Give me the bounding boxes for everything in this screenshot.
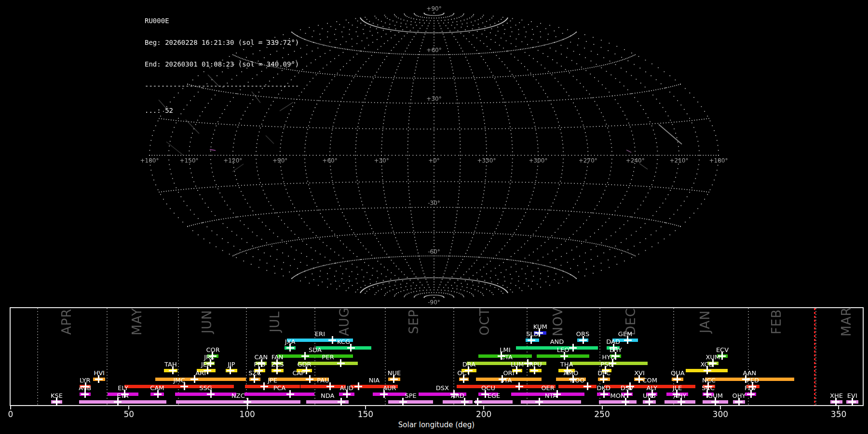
shower-peak-marker-NDA	[338, 398, 345, 406]
map-longitude-label: +150°	[175, 157, 203, 164]
map-longitude-label: +0°	[420, 157, 448, 164]
month-boundary-line	[178, 308, 179, 405]
shower-peak-marker-LEO	[560, 352, 568, 360]
map-latitude-label: +30°	[420, 95, 448, 102]
shower-peak-marker-NZC	[244, 398, 251, 406]
shower-peak-marker-XCB	[704, 366, 711, 374]
shower-peak-marker-ZCS	[273, 366, 281, 374]
session-begin: Beg: 20260228 16:21:30 (sol = 339.72°)	[145, 39, 299, 46]
shower-bar-ETA	[79, 400, 166, 404]
shower-label-ETA: ETA	[106, 393, 139, 399]
map-latitude-label: -30°	[420, 200, 448, 206]
shower-label-JMC: JMC	[163, 377, 196, 384]
x-axis-tick	[602, 406, 603, 409]
month-boundary-line	[37, 308, 38, 405]
shower-peak-marker-MON	[622, 398, 629, 406]
shower-peak-marker-STA	[515, 382, 523, 390]
x-axis-tick	[247, 406, 248, 409]
shower-bar-NZC	[176, 400, 300, 404]
x-axis-tick	[10, 406, 11, 409]
map-longitude-label: +180°	[135, 157, 164, 164]
shower-peak-marker-ORS	[579, 336, 587, 344]
month-label: OCT	[478, 302, 491, 341]
shower-label-KCG: KCG	[327, 339, 361, 345]
shower-peak-marker-QUA	[673, 375, 681, 383]
map-latitude-label: +90°	[420, 5, 448, 12]
x-axis-tick-label: 200	[469, 409, 498, 419]
shower-peak-marker-ETA	[114, 398, 122, 406]
station-id: RU000E	[145, 17, 299, 25]
session-info: RU000E Beg: 20260228 16:21:30 (sol = 339…	[145, 3, 299, 129]
month-label: SEP	[407, 302, 420, 341]
shower-peak-marker-CAM	[154, 390, 162, 398]
shower-label-ARD: ARD	[441, 393, 475, 399]
map-longitude-label: +240°	[621, 157, 650, 164]
x-axis-tick-label: 100	[233, 409, 262, 419]
x-axis-tick	[483, 406, 484, 409]
activity-timeline-panel: APRMAYJUNJULAUGSEPOCTNOVDECJANFEBMARKUME…	[10, 307, 864, 406]
shower-peak-marker-JMC	[180, 382, 188, 390]
month-label: NOV	[551, 302, 565, 341]
session-end: End: 20260301 01:08:23 (sol = 340.09°)	[145, 61, 299, 68]
shower-label-SSG: SSG	[189, 385, 222, 392]
month-label: APR	[60, 302, 73, 341]
map-longitude-label: +60°	[315, 157, 344, 164]
map-longitude-label: +30°	[367, 157, 396, 164]
current-solar-longitude-marker	[814, 308, 815, 405]
shower-peak-marker-EVI	[848, 398, 856, 406]
shower-peak-marker-SSG	[207, 390, 215, 398]
shower-label-ARI: ARI	[184, 370, 217, 377]
month-label: MAR	[840, 302, 853, 341]
month-label: JUN	[200, 302, 214, 341]
sky-map-canvas	[0, 0, 868, 306]
shower-label-AUR: AUR	[373, 385, 407, 392]
shower-bar-NTA	[521, 400, 581, 404]
shower-peak-marker-ARD	[461, 398, 469, 406]
shower-peak-marker-JIP	[227, 366, 234, 374]
separator-line: --------------------------------------	[145, 82, 299, 90]
x-axis-tick-label: 250	[588, 409, 617, 419]
x-axis-tick-label: 350	[824, 409, 853, 419]
shower-label-ORI: ORI	[492, 370, 526, 377]
shower-peak-marker-AHY	[678, 398, 685, 406]
map-longitude-label: +330°	[472, 157, 501, 164]
shower-label-MON: MON	[601, 393, 635, 399]
shower-label-NIA: NIA	[357, 377, 391, 384]
shower-peak-marker-EGE	[474, 398, 482, 406]
shower-peak-marker-SPE	[399, 398, 407, 406]
map-latitude-label: -60°	[420, 248, 448, 255]
shower-label-COM: COM	[633, 377, 667, 384]
shower-peak-marker-PER	[337, 359, 345, 367]
shower-label-PAU: PAU	[306, 377, 340, 384]
x-axis-tick	[838, 406, 839, 409]
shower-peak-marker-GUM	[711, 398, 719, 406]
shower-peak-marker-OCT	[460, 375, 468, 383]
shower-label-EGE: EGE	[477, 393, 511, 399]
month-label: MAY	[130, 302, 144, 341]
x-axis-tick-label: 50	[114, 409, 143, 419]
month-label: JUL	[268, 302, 282, 341]
map-latitude-label: +60°	[420, 47, 448, 54]
shower-peak-marker-OHY	[735, 398, 743, 406]
month-label: FEB	[770, 302, 783, 341]
x-axis-title: Solar longitude (deg)	[340, 420, 533, 429]
shower-peak-marker-AUR	[380, 390, 388, 398]
shower-peak-marker-RPU	[530, 366, 538, 374]
shower-peak-marker-NUE	[390, 375, 398, 383]
shower-peak-marker-TAH	[169, 366, 176, 374]
x-axis-tick	[720, 406, 721, 409]
shower-peak-marker-JXA	[286, 344, 294, 352]
shower-peak-marker-KSE	[53, 398, 60, 406]
shower-peak-marker-URS	[645, 398, 653, 406]
map-longitude-label: +120°	[218, 157, 247, 164]
map-longitude-label: +210°	[665, 157, 693, 164]
map-longitude-label: +180°	[704, 157, 733, 164]
x-axis-tick	[365, 406, 366, 409]
map-latitude-label: -90°	[420, 299, 448, 306]
shower-peak-marker-PCA	[286, 390, 294, 398]
x-axis-tick-label: 150	[351, 409, 380, 419]
map-longitude-label: +270°	[573, 157, 602, 164]
shower-bar-MON	[599, 400, 637, 404]
shower-peak-marker-SLD	[528, 336, 535, 344]
radiant-map-app: +180°+150°+120°+90°+60°+30°+0°+330°+300°…	[0, 0, 868, 434]
